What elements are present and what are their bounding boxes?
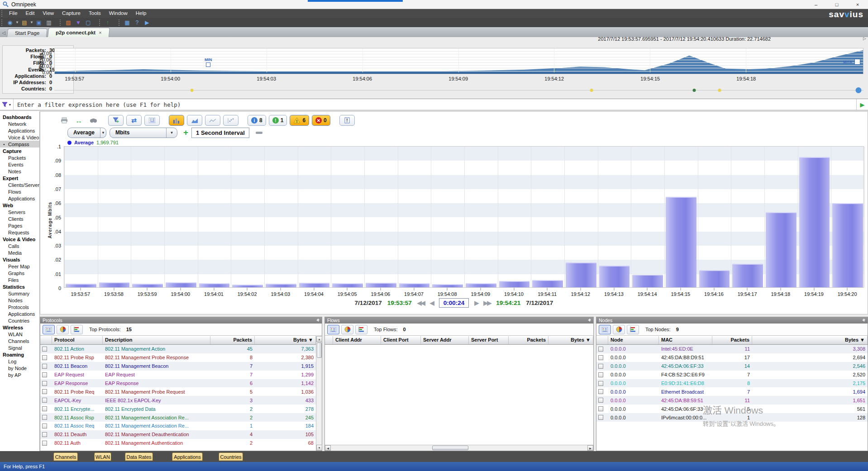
scrubber-dot[interactable] <box>190 89 193 92</box>
chevron-down-icon[interactable]: ▼ <box>30 20 33 24</box>
menu-item-edit[interactable]: Edit <box>22 9 39 18</box>
bar-graph-view-button[interactable] <box>71 325 83 334</box>
chart-bar[interactable] <box>132 284 163 287</box>
rewind-button[interactable]: ◀◀ <box>417 300 424 306</box>
monitor-icon[interactable]: ▢ <box>84 19 93 26</box>
filter-settings-icon[interactable]: ▼ <box>74 19 83 26</box>
sidebar-item-compass[interactable]: Compass <box>0 141 39 147</box>
print-icon[interactable]: ▥ <box>44 19 53 26</box>
table-row[interactable]: 0.0.0.042:45:DA:06:6F:335561 <box>596 404 868 413</box>
row-checkbox[interactable] <box>598 381 603 386</box>
chart-bar[interactable] <box>366 283 396 287</box>
row-checkbox[interactable] <box>42 432 47 437</box>
column-header-client-port[interactable]: Client Port <box>381 336 421 344</box>
table-row[interactable]: 0.0.0.0F4:CB:52:3C:E6:F972,520 <box>596 371 868 379</box>
sidebar-item-countries[interactable]: Countries <box>0 317 39 324</box>
panel-tab-wlan[interactable]: WLAN <box>94 452 111 461</box>
row-checkbox[interactable] <box>42 389 47 394</box>
chart-bar[interactable] <box>99 282 130 287</box>
table-row[interactable]: 0.0.0.042:45:DA:B8:D9:51172,694 <box>596 353 868 362</box>
sidebar-item-protocols[interactable]: Protocols <box>0 304 39 310</box>
sidebar-item-files[interactable]: Files <box>0 276 39 283</box>
table-row[interactable]: 0.0.0.0Ethernet Broadcast71,694 <box>596 387 868 396</box>
chart-bar[interactable] <box>599 266 630 288</box>
sidebar-item-wlan[interactable]: WLAN <box>0 331 39 338</box>
scrubber-dot[interactable] <box>718 89 721 92</box>
filter-menu-button[interactable]: ▼ <box>0 99 14 110</box>
pie-chart-view-button[interactable] <box>613 325 625 334</box>
zoom-out-interval-button[interactable] <box>256 132 262 134</box>
step-back-button[interactable]: ◀ <box>430 300 434 306</box>
column-header-bytes[interactable]: Bytes ▼ <box>752 336 868 344</box>
row-checkbox[interactable] <box>42 347 47 352</box>
sidebar-item-network[interactable]: Network <box>0 120 39 127</box>
table-row[interactable]: EAP RequestEAP Request71,299 <box>40 371 316 379</box>
chart-bar[interactable] <box>699 270 730 287</box>
pin-icon[interactable] <box>862 318 866 322</box>
bar-graph-view-button[interactable] <box>627 325 639 334</box>
table-row[interactable]: 0.0.0.0IPv6mcast:00:00:0...1128 <box>596 413 868 422</box>
row-checkbox[interactable] <box>598 406 603 411</box>
sidebar-item-by-node[interactable]: by Node <box>0 365 39 371</box>
chevron-down-icon[interactable]: ▼ <box>15 20 19 24</box>
area-chart-type-button[interactable] <box>187 115 202 126</box>
table-row[interactable]: 802.11 Probe Rsp802.11 Management Probe … <box>40 353 316 362</box>
row-checkbox[interactable] <box>42 398 47 403</box>
bar-graph-view-button[interactable] <box>355 325 367 334</box>
bar-chart-type-button[interactable] <box>169 115 184 126</box>
chart-bar[interactable] <box>199 283 230 287</box>
chart-bar[interactable] <box>399 283 430 287</box>
start-page-icon[interactable]: ▶ <box>143 19 152 26</box>
adapter-up-icon[interactable]: ↑ <box>103 19 112 26</box>
create-filter-button[interactable]: + <box>108 115 124 126</box>
sidebar-item-nodes[interactable]: Nodes <box>0 297 39 304</box>
tab-scroll-left-icon[interactable]: ◁ <box>0 30 7 37</box>
sidebar-item-flows[interactable]: Flows <box>0 188 39 195</box>
chart-bar[interactable] <box>299 283 330 287</box>
fast-forward-button[interactable]: ▶▶ <box>483 300 491 306</box>
timeline-chart[interactable]: MIN MAX <box>54 48 863 74</box>
scrubber-dot[interactable] <box>856 87 862 93</box>
table-row[interactable]: 0.0.0.042:45:DA:06:EF:33142,546 <box>596 362 868 371</box>
sidebar-item-requests[interactable]: Requests <box>0 229 39 236</box>
column-header-client-addr[interactable]: Client Addr <box>333 336 381 344</box>
scrubber-dot[interactable] <box>590 89 593 92</box>
table-row[interactable]: 802.11 Action802.11 Management Action457… <box>40 345 316 353</box>
filter-expression-input[interactable] <box>14 99 856 110</box>
row-checkbox[interactable] <box>598 398 603 403</box>
horizontal-scrollbar[interactable]: ◀▶ <box>325 445 593 451</box>
panel-tab-countries[interactable]: Countries <box>219 452 243 461</box>
column-header-server-addr[interactable]: Server Addr <box>421 336 469 344</box>
maximize-button[interactable]: □ <box>826 0 847 9</box>
pin-icon[interactable] <box>862 318 866 322</box>
step-forward-button[interactable]: ▶ <box>474 300 478 306</box>
timeline-scrubber[interactable] <box>54 88 863 93</box>
sidebar-item-media[interactable]: Media <box>0 249 39 256</box>
row-checkbox[interactable] <box>42 441 47 446</box>
pin-icon[interactable] <box>316 318 320 322</box>
pin-icon[interactable] <box>587 318 591 322</box>
chart-bar[interactable] <box>732 264 763 287</box>
row-checkbox[interactable] <box>42 415 47 420</box>
row-checkbox[interactable] <box>42 423 47 428</box>
row-checkbox[interactable] <box>42 364 47 369</box>
sidebar-item-notes[interactable]: Notes <box>0 168 39 175</box>
chart-bar[interactable] <box>566 262 596 287</box>
table-row[interactable]: 802.11 Probe Req802.11 Management Probe … <box>40 387 316 396</box>
table-row[interactable]: EAPOL-KeyIEEE 802.1x EAPOL-Key3433 <box>40 396 316 404</box>
options-icon[interactable]: ▦ <box>123 19 132 26</box>
sidebar-item-log[interactable]: Log <box>0 358 39 365</box>
chart-bar[interactable] <box>232 285 263 287</box>
row-checkbox[interactable] <box>42 381 47 386</box>
column-header-server-port[interactable]: Server Port <box>469 336 509 344</box>
statistic-dropdown[interactable]: Average▼ <box>67 128 106 138</box>
find-button[interactable] <box>87 115 99 125</box>
column-header-bytes[interactable]: Bytes ▼ <box>548 336 593 344</box>
table-row[interactable]: 0.0.0.042:45:DA:B8:59:51111,651 <box>596 396 868 404</box>
column-header-packets[interactable]: Packets <box>210 336 255 344</box>
table-row[interactable]: 802.11 Assoc Rsp802.11 Management Associ… <box>40 413 316 422</box>
sidebar-item-summary[interactable]: Summary <box>0 290 39 297</box>
panel-tab-data-rates[interactable]: Data Rates <box>125 452 153 461</box>
chart-bar[interactable] <box>766 212 796 287</box>
menu-item-help[interactable]: Help <box>132 9 151 18</box>
